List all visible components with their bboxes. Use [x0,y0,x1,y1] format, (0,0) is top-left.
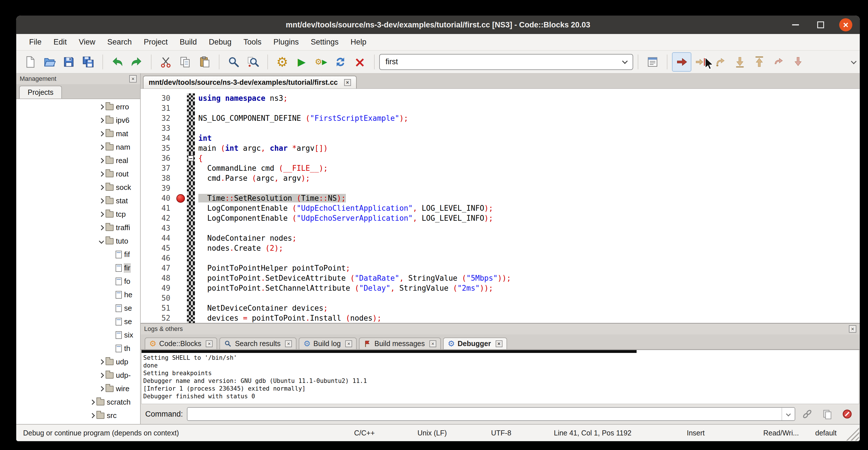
tree-item-wire[interactable]: wire [16,382,140,395]
chevron-right-icon[interactable] [99,359,104,364]
minimize-button[interactable] [789,18,802,31]
next-instruction-button[interactable] [770,53,788,71]
tree-item-mat[interactable]: mat [16,127,140,141]
tree-item-se[interactable]: se [16,315,140,328]
breakpoint-gutter[interactable] [174,103,187,113]
menu-item-help[interactable]: Help [344,34,372,50]
chevron-right-icon[interactable] [99,158,104,163]
chevron-right-icon[interactable] [99,118,104,123]
line-number[interactable]: 41 [141,203,174,213]
code-text[interactable]: Time::SetResolution (Time::NS); [195,193,346,203]
menu-item-build[interactable]: Build [174,34,203,50]
redo-button[interactable] [128,53,146,71]
line-number[interactable]: 35 [141,143,174,153]
breakpoint-gutter[interactable] [174,253,187,263]
breakpoint-gutter[interactable] [174,293,187,303]
command-dropdown-button[interactable] [781,408,795,420]
abort-build-button[interactable]: × [351,53,369,71]
code-text[interactable]: int [195,133,212,143]
tree-item-fif[interactable]: fif [16,248,140,261]
line-number[interactable]: 34 [141,133,174,143]
code-editor[interactable]: 30using namespace ns3;3132NS_LOG_COMPONE… [141,89,860,323]
line-number[interactable]: 46 [141,253,174,263]
tree-item-udp[interactable]: udp [16,355,140,369]
breakpoint-gutter[interactable] [174,153,187,163]
tree-item-traffi[interactable]: traffi [16,221,140,234]
toolbar-overflow-button[interactable] [852,59,856,64]
line-number[interactable]: 48 [141,273,174,283]
close-icon[interactable]: × [285,340,292,347]
breakpoint-gutter[interactable] [174,123,187,133]
tree-item-th[interactable]: th [16,342,140,355]
code-text[interactable]: { [195,153,203,163]
code-text[interactable]: CommandLine cmd (__FILE__); [195,163,328,173]
breakpoint-gutter[interactable] [174,313,187,323]
breakpoint-gutter[interactable] [174,303,187,313]
line-number[interactable]: 44 [141,233,174,243]
command-input[interactable] [187,407,795,421]
breakpoint-gutter[interactable] [174,143,187,153]
maximize-button[interactable] [814,18,827,31]
chevron-down-icon[interactable] [99,238,104,244]
breakpoint-gutter[interactable] [174,193,187,203]
tree-item-ipv6[interactable]: ipv6 [16,114,140,127]
debugging-windows-button[interactable] [644,53,662,71]
tree-item-six[interactable]: six [16,328,140,342]
close-icon[interactable]: × [496,340,502,347]
step-out-button[interactable] [750,53,768,71]
code-text[interactable]: nodes.Create (2); [195,243,283,253]
chevron-down-icon[interactable] [622,58,628,64]
chevron-right-icon[interactable] [99,145,104,150]
tree-item-fo[interactable]: fo [16,275,140,288]
line-number[interactable]: 52 [141,313,174,323]
menu-item-debug[interactable]: Debug [203,34,238,50]
logs-tab-search-results[interactable]: Search results× [219,337,297,349]
line-number[interactable]: 38 [141,173,174,183]
line-number[interactable]: 42 [141,213,174,223]
code-text[interactable]: LogComponentEnable ("UdpEchoClientApplic… [195,203,493,213]
code-text[interactable]: PointToPointHelper pointToPoint; [195,263,350,273]
breakpoint-gutter[interactable] [174,183,187,193]
menu-item-search[interactable]: Search [101,34,138,50]
chevron-right-icon[interactable] [90,399,95,404]
tree-item-erro[interactable]: erro [16,100,140,114]
line-number[interactable]: 40 [141,193,174,203]
find-button[interactable] [224,53,243,71]
breakpoint-gutter[interactable] [174,173,187,183]
breakpoint-gutter[interactable] [174,203,187,213]
breakpoint-gutter[interactable] [174,233,187,243]
build-button[interactable]: ⚙ [273,53,291,71]
breakpoint-marker[interactable] [176,194,185,203]
logs-tab-build-messages[interactable]: Build messages× [359,337,440,349]
breakpoint-gutter[interactable] [174,273,187,283]
step-into-button[interactable] [731,53,749,71]
close-button[interactable]: × [839,18,852,31]
run-button[interactable]: ▶ [292,53,311,71]
menu-item-tools[interactable]: Tools [238,34,267,50]
breakpoint-gutter[interactable] [174,93,187,103]
find-in-files-button[interactable] [244,53,262,71]
code-text[interactable]: main (int argc, char *argv[]) [195,143,328,153]
copy-button[interactable] [176,53,194,71]
logs-tab-code-blocks[interactable]: ⚙Code::Blocks× [145,337,217,349]
debugger-log[interactable]: Setting SHELL to '/bin/sh'doneSetting br… [141,350,859,404]
line-number[interactable]: 30 [141,93,174,103]
tree-item-rout[interactable]: rout [16,167,140,181]
menu-item-edit[interactable]: Edit [48,34,73,50]
undo-button[interactable] [108,53,126,71]
chevron-right-icon[interactable] [99,185,104,190]
tree-item-fir[interactable]: fir [16,261,140,275]
breakpoint-gutter[interactable] [174,113,187,123]
breakpoint-gutter[interactable] [174,243,187,253]
code-text[interactable]: NetDeviceContainer devices; [195,303,328,313]
code-text[interactable]: NS_LOG_COMPONENT_DEFINE ("FirstScriptExa… [195,113,408,123]
line-number[interactable]: 49 [141,283,174,293]
attach-button[interactable] [799,407,815,421]
cut-button[interactable] [157,53,175,71]
stop-debugger-button[interactable] [839,407,855,421]
breakpoint-gutter[interactable] [174,213,187,223]
tree-item-he[interactable]: he [16,288,140,302]
chevron-right-icon[interactable] [99,198,104,203]
tree-item-src[interactable]: src [16,409,140,422]
close-icon[interactable]: × [345,340,352,347]
